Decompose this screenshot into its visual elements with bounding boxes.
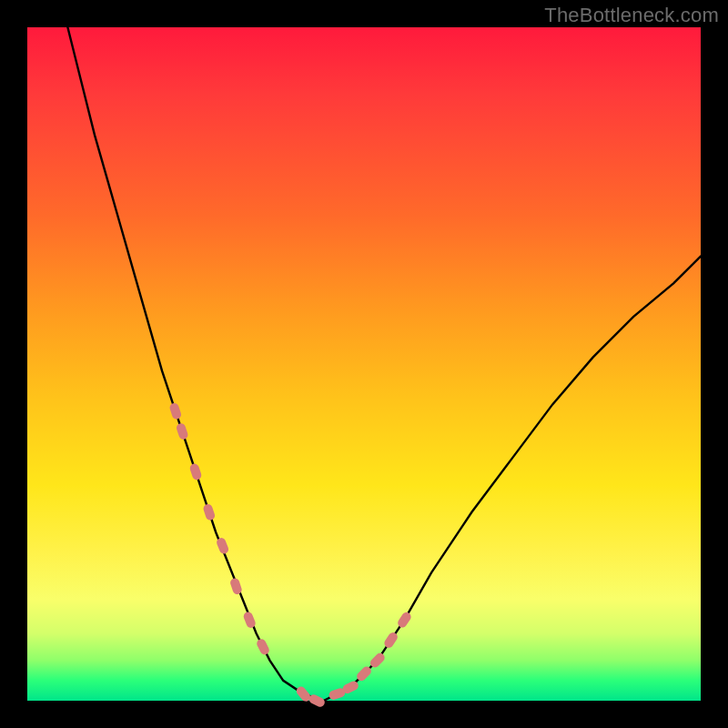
sample-beads: [168, 402, 412, 709]
chart-frame: TheBottleneck.com: [0, 0, 728, 728]
sample-bead: [396, 611, 412, 630]
sample-bead: [255, 638, 270, 657]
sample-bead: [188, 462, 202, 480]
plot-area: [27, 27, 701, 701]
sample-bead: [168, 402, 182, 420]
sample-bead: [176, 422, 189, 440]
curve-layer: [27, 27, 701, 701]
sample-bead: [382, 631, 399, 650]
watermark-label: TheBottleneck.com: [544, 4, 719, 27]
bottleneck-curve: [67, 27, 701, 701]
sample-bead: [202, 503, 216, 521]
